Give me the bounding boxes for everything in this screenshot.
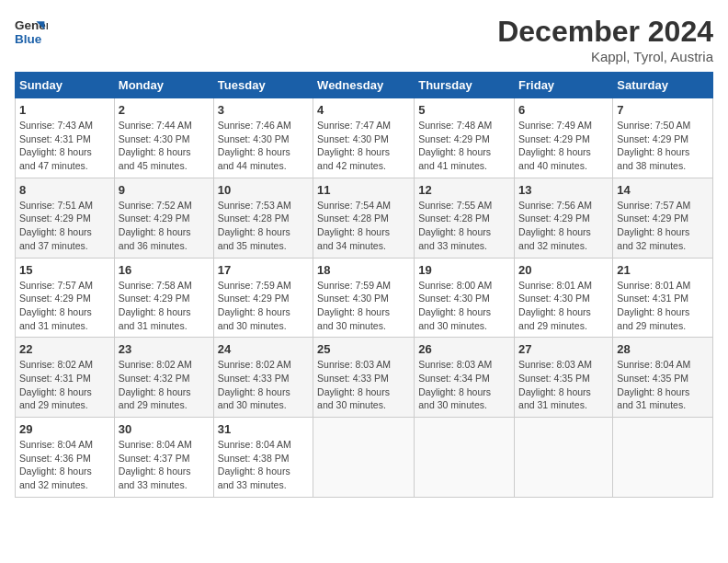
day-number: 27 [518,342,609,356]
table-row: 12 Sunrise: 7:55 AM Sunset: 4:28 PM Dayl… [415,178,515,258]
day-number: 30 [119,422,210,436]
day-info: Sunrise: 8:02 AM Sunset: 4:31 PM Dayligh… [19,358,110,412]
table-row: 23 Sunrise: 8:02 AM Sunset: 4:32 PM Dayl… [114,338,213,418]
day-info: Sunrise: 8:00 AM Sunset: 4:30 PM Dayligh… [418,279,510,333]
table-row: 7 Sunrise: 7:50 AM Sunset: 4:29 PM Dayli… [613,98,713,178]
day-info: Sunrise: 8:04 AM Sunset: 4:38 PM Dayligh… [218,438,309,492]
day-info: Sunrise: 7:48 AM Sunset: 4:29 PM Dayligh… [418,119,510,173]
table-row: 11 Sunrise: 7:54 AM Sunset: 4:28 PM Dayl… [313,178,415,258]
day-info: Sunrise: 8:02 AM Sunset: 4:33 PM Dayligh… [218,358,309,412]
page-header: General Blue December 2024 Kappl, Tyrol,… [15,15,713,64]
header-monday: Monday [114,73,213,98]
day-info: Sunrise: 7:57 AM Sunset: 4:29 PM Dayligh… [19,279,110,333]
table-row: 31 Sunrise: 8:04 AM Sunset: 4:38 PM Dayl… [213,418,313,498]
table-row: 3 Sunrise: 7:46 AM Sunset: 4:30 PM Dayli… [213,98,313,178]
day-number: 12 [418,183,510,197]
day-info: Sunrise: 7:56 AM Sunset: 4:29 PM Dayligh… [518,199,609,253]
day-info: Sunrise: 8:04 AM Sunset: 4:35 PM Dayligh… [617,358,709,412]
header-friday: Friday [515,73,613,98]
day-info: Sunrise: 7:57 AM Sunset: 4:29 PM Dayligh… [617,199,709,253]
table-row: 27 Sunrise: 8:03 AM Sunset: 4:35 PM Dayl… [515,338,613,418]
day-number: 19 [418,263,510,277]
header-thursday: Thursday [415,73,515,98]
day-info: Sunrise: 7:51 AM Sunset: 4:29 PM Dayligh… [19,199,110,253]
table-row: 24 Sunrise: 8:02 AM Sunset: 4:33 PM Dayl… [213,338,313,418]
day-number: 20 [518,263,609,277]
svg-text:Blue: Blue [15,32,42,46]
day-number: 2 [119,103,210,117]
day-number: 9 [119,183,210,197]
day-info: Sunrise: 7:49 AM Sunset: 4:29 PM Dayligh… [518,119,609,173]
day-number: 4 [317,103,410,117]
day-info: Sunrise: 7:59 AM Sunset: 4:30 PM Dayligh… [317,279,410,333]
location-subtitle: Kappl, Tyrol, Austria [497,49,713,64]
table-row [313,418,415,498]
header-sunday: Sunday [16,73,115,98]
table-row: 13 Sunrise: 7:56 AM Sunset: 4:29 PM Dayl… [515,178,613,258]
day-number: 15 [19,263,110,277]
calendar-week-row: 1 Sunrise: 7:43 AM Sunset: 4:31 PM Dayli… [16,98,713,178]
day-info: Sunrise: 8:04 AM Sunset: 4:36 PM Dayligh… [19,438,110,492]
header-wednesday: Wednesday [313,73,415,98]
table-row: 15 Sunrise: 7:57 AM Sunset: 4:29 PM Dayl… [16,258,115,338]
day-info: Sunrise: 7:52 AM Sunset: 4:29 PM Dayligh… [119,199,210,253]
table-row: 21 Sunrise: 8:01 AM Sunset: 4:31 PM Dayl… [613,258,713,338]
day-number: 18 [317,263,410,277]
day-number: 21 [617,263,709,277]
day-number: 16 [119,263,210,277]
day-info: Sunrise: 7:50 AM Sunset: 4:29 PM Dayligh… [617,119,709,173]
day-info: Sunrise: 8:02 AM Sunset: 4:32 PM Dayligh… [119,358,210,412]
day-number: 22 [19,342,110,356]
logo-icon: General Blue [15,15,48,48]
day-info: Sunrise: 8:01 AM Sunset: 4:30 PM Dayligh… [518,279,609,333]
table-row: 28 Sunrise: 8:04 AM Sunset: 4:35 PM Dayl… [613,338,713,418]
table-row: 29 Sunrise: 8:04 AM Sunset: 4:36 PM Dayl… [16,418,115,498]
calendar-week-row: 8 Sunrise: 7:51 AM Sunset: 4:29 PM Dayli… [16,178,713,258]
day-number: 3 [218,103,309,117]
table-row [415,418,515,498]
logo: General Blue [15,15,48,48]
month-title: December 2024 [497,15,713,49]
day-number: 13 [518,183,609,197]
table-row: 14 Sunrise: 7:57 AM Sunset: 4:29 PM Dayl… [613,178,713,258]
table-row: 6 Sunrise: 7:49 AM Sunset: 4:29 PM Dayli… [515,98,613,178]
table-row: 25 Sunrise: 8:03 AM Sunset: 4:33 PM Dayl… [313,338,415,418]
day-number: 14 [617,183,709,197]
table-row [515,418,613,498]
day-info: Sunrise: 7:43 AM Sunset: 4:31 PM Dayligh… [19,119,110,173]
day-info: Sunrise: 8:04 AM Sunset: 4:37 PM Dayligh… [119,438,210,492]
table-row: 26 Sunrise: 8:03 AM Sunset: 4:34 PM Dayl… [415,338,515,418]
day-info: Sunrise: 8:01 AM Sunset: 4:31 PM Dayligh… [617,279,709,333]
title-block: December 2024 Kappl, Tyrol, Austria [497,15,713,64]
day-number: 24 [218,342,309,356]
calendar-week-row: 15 Sunrise: 7:57 AM Sunset: 4:29 PM Dayl… [16,258,713,338]
table-row: 18 Sunrise: 7:59 AM Sunset: 4:30 PM Dayl… [313,258,415,338]
day-info: Sunrise: 8:03 AM Sunset: 4:33 PM Dayligh… [317,358,410,412]
day-number: 11 [317,183,410,197]
day-number: 28 [617,342,709,356]
header-tuesday: Tuesday [213,73,313,98]
day-info: Sunrise: 7:55 AM Sunset: 4:28 PM Dayligh… [418,199,510,253]
day-info: Sunrise: 7:44 AM Sunset: 4:30 PM Dayligh… [119,119,210,173]
table-row: 5 Sunrise: 7:48 AM Sunset: 4:29 PM Dayli… [415,98,515,178]
table-row [613,418,713,498]
day-number: 10 [218,183,309,197]
day-info: Sunrise: 7:46 AM Sunset: 4:30 PM Dayligh… [218,119,309,173]
day-number: 1 [19,103,110,117]
calendar-week-row: 29 Sunrise: 8:04 AM Sunset: 4:36 PM Dayl… [16,418,713,498]
day-info: Sunrise: 7:54 AM Sunset: 4:28 PM Dayligh… [317,199,410,253]
day-number: 8 [19,183,110,197]
table-row: 1 Sunrise: 7:43 AM Sunset: 4:31 PM Dayli… [16,98,115,178]
day-info: Sunrise: 7:47 AM Sunset: 4:30 PM Dayligh… [317,119,410,173]
day-number: 25 [317,342,410,356]
day-number: 23 [119,342,210,356]
calendar-week-row: 22 Sunrise: 8:02 AM Sunset: 4:31 PM Dayl… [16,338,713,418]
table-row: 17 Sunrise: 7:59 AM Sunset: 4:29 PM Dayl… [213,258,313,338]
table-row: 9 Sunrise: 7:52 AM Sunset: 4:29 PM Dayli… [114,178,213,258]
table-row: 4 Sunrise: 7:47 AM Sunset: 4:30 PM Dayli… [313,98,415,178]
day-number: 26 [418,342,510,356]
table-row: 16 Sunrise: 7:58 AM Sunset: 4:29 PM Dayl… [114,258,213,338]
table-row: 10 Sunrise: 7:53 AM Sunset: 4:28 PM Dayl… [213,178,313,258]
table-row: 8 Sunrise: 7:51 AM Sunset: 4:29 PM Dayli… [16,178,115,258]
day-number: 5 [418,103,510,117]
